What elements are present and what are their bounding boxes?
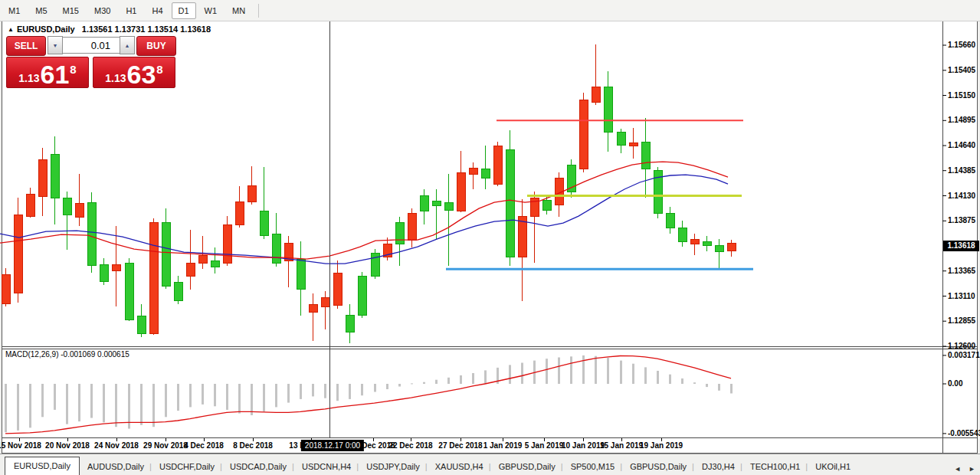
date-axis-label: 4 Dec 2018 bbox=[184, 441, 224, 450]
date-axis-label: 27 Dec 2018 bbox=[438, 441, 482, 450]
symbol-tab-AUDUSD-Daily[interactable]: AUDUSD,Daily bbox=[80, 458, 152, 475]
symbol-tab-USDCAD-Daily[interactable]: USDCAD,Daily bbox=[222, 458, 294, 475]
macd-name: MACD(12,26,9) bbox=[5, 350, 58, 359]
buy-button[interactable]: BUY bbox=[136, 36, 176, 56]
crosshair-date-tooltip: 2018.12.17 0:00 bbox=[301, 440, 364, 451]
date-axis-label: 24 Nov 2018 bbox=[94, 441, 139, 450]
symbol-tab-DJ30-H4[interactable]: DJ30,H4 bbox=[694, 458, 742, 475]
volume-decrease-button[interactable]: ▼ bbox=[48, 36, 63, 54]
date-axis-label: 5 Jan 2019 bbox=[525, 441, 564, 450]
timeframe-button-W1[interactable]: W1 bbox=[198, 2, 225, 19]
timeframe-toolbar: M1M5M15M30H1H4D1W1MN bbox=[0, 0, 980, 21]
symbol-tab-USDCNH-H4[interactable]: USDCNH,H4 bbox=[294, 458, 359, 475]
price-axis-label: 1.15405 bbox=[948, 66, 975, 74]
macd-axis-label: 0.00 bbox=[948, 379, 962, 388]
toolbar-separator bbox=[258, 4, 259, 18]
ask-price-big: 63 bbox=[127, 64, 156, 86]
date-axis-label: 15 Nov 2018 bbox=[0, 441, 41, 450]
timeframe-button-MN[interactable]: MN bbox=[225, 2, 252, 19]
symbol-tab-GBPUSD-Daily[interactable]: GBPUSD,Daily bbox=[622, 458, 694, 475]
date-axis-label: 29 Nov 2018 bbox=[143, 441, 188, 450]
macd-indicator-label: MACD(12,26,9) -0.001069 0.000615 bbox=[5, 350, 129, 359]
ask-price-prefix: 1.13 bbox=[105, 73, 126, 84]
current-price-tag: 1.13618 bbox=[943, 241, 979, 251]
date-axis-label: 1 Jan 2019 bbox=[483, 441, 523, 450]
date-axis-label: 15 Jan 2019 bbox=[600, 441, 643, 450]
collapse-triangle-icon: ▲ bbox=[8, 26, 14, 33]
timeframe-button-D1[interactable]: D1 bbox=[172, 2, 196, 19]
date-axis-label: 20 Nov 2018 bbox=[45, 441, 90, 450]
symbol-tab-bar: EURUSD,DailyAUDUSD,DailyUSDCHF,DailyUSDC… bbox=[0, 454, 980, 475]
macd-values: -0.001069 0.000615 bbox=[61, 350, 129, 359]
timeframe-button-H4[interactable]: H4 bbox=[145, 2, 169, 19]
timeframe-button-H1[interactable]: H1 bbox=[119, 2, 143, 19]
chart-title: ▲EURUSD,Daily 1.13561 1.13731 1.13514 1.… bbox=[8, 25, 211, 34]
price-axis-label: 1.15660 bbox=[948, 41, 975, 49]
timeframe-button-M15[interactable]: M15 bbox=[56, 2, 86, 19]
date-axis-label: 22 Dec 2018 bbox=[388, 441, 432, 450]
chart-ohlc-values: 1.13561 1.13731 1.13514 1.13618 bbox=[82, 25, 211, 34]
chevron-up-icon: ▲ bbox=[125, 43, 130, 48]
ask-price-pip: 8 bbox=[156, 64, 162, 75]
bid-price-box[interactable]: 1.13 61 8 bbox=[6, 57, 89, 88]
timeframe-button-M1[interactable]: M1 bbox=[2, 2, 27, 19]
chevron-down-icon: ▼ bbox=[53, 43, 58, 48]
sell-button[interactable]: SELL bbox=[6, 36, 46, 56]
symbol-tab-XAUUSD-H4[interactable]: XAUUSD,H4 bbox=[428, 458, 491, 475]
bid-price-prefix: 1.13 bbox=[18, 73, 39, 84]
symbol-tab-TECH100-H1[interactable]: TECH100,H1 bbox=[742, 458, 808, 475]
volume-input[interactable] bbox=[63, 37, 120, 54]
tab-scroll-left-icon[interactable]: ◄ bbox=[954, 465, 961, 473]
price-axis-label: 1.14130 bbox=[948, 192, 975, 200]
symbol-tab-USDJPY-Daily[interactable]: USDJPY,Daily bbox=[359, 458, 428, 475]
macd-axis-label: -0.005543 bbox=[948, 429, 980, 437]
price-axis-label: 1.13875 bbox=[948, 216, 975, 224]
price-axis-label: 1.12855 bbox=[948, 316, 975, 325]
symbol-tab-SP500-M15[interactable]: SP500,M15 bbox=[563, 458, 622, 475]
chart-symbol-label: EURUSD,Daily bbox=[17, 25, 75, 34]
symbol-tab-UKOil-H1[interactable]: UKOil,H1 bbox=[808, 458, 858, 475]
price-axis-label: 1.14385 bbox=[948, 166, 975, 175]
price-axis-label: 1.12600 bbox=[948, 342, 975, 350]
price-axis-label: 1.14640 bbox=[948, 141, 975, 149]
timeframe-button-M30[interactable]: M30 bbox=[87, 2, 117, 19]
date-axis-label: 19 Jan 2019 bbox=[640, 441, 683, 450]
symbol-tab-GBPUSD-Daily[interactable]: GBPUSD,Daily bbox=[491, 458, 563, 475]
one-click-trade-panel: SELL ▼ ▲ BUY 1.13 61 8 1.13 63 8 bbox=[6, 36, 176, 88]
ask-price-box[interactable]: 1.13 63 8 bbox=[93, 57, 175, 88]
price-axis-label: 1.14895 bbox=[948, 116, 975, 124]
date-axis-label: 10 Jan 2019 bbox=[562, 441, 605, 450]
macd-axis-label: 0.003171 bbox=[948, 351, 980, 359]
volume-increase-button[interactable]: ▲ bbox=[120, 36, 135, 54]
bid-price-big: 61 bbox=[41, 64, 70, 86]
date-axis-label: 8 Dec 2018 bbox=[233, 441, 273, 450]
price-axis-label: 1.15150 bbox=[948, 91, 975, 100]
timeframe-button-M5[interactable]: M5 bbox=[28, 2, 54, 19]
tab-scroll-right-icon[interactable]: ► bbox=[969, 465, 975, 473]
symbol-tabs: EURUSD,DailyAUDUSD,DailyUSDCHF,DailyUSDC… bbox=[0, 457, 858, 475]
tab-scroll-controls: ◄ ► bbox=[954, 465, 980, 475]
bid-price-pip: 8 bbox=[70, 64, 76, 75]
price-axis-label: 1.13365 bbox=[948, 267, 975, 275]
symbol-tab-USDCHF-Daily[interactable]: USDCHF,Daily bbox=[152, 458, 222, 475]
timeframe-bar: M1M5M15M30H1H4D1W1MN bbox=[0, 2, 252, 19]
symbol-tab-EURUSD-Daily[interactable]: EURUSD,Daily bbox=[5, 457, 80, 475]
price-axis-label: 1.13110 bbox=[948, 292, 975, 300]
